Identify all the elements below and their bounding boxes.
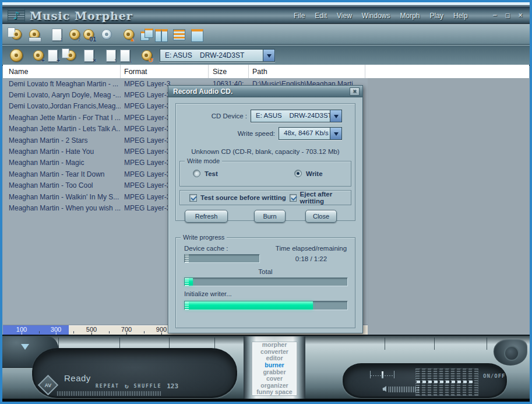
checkbox-box[interactable] (290, 194, 297, 202)
module-menu-item[interactable]: morpher (262, 342, 287, 349)
close-button[interactable]: Close (305, 210, 337, 223)
ruler-label: 300 (51, 326, 61, 333)
cd-device-label: CD Device : (176, 113, 247, 120)
total-progress-bar (184, 277, 348, 286)
record-to-device-icon[interactable] (25, 26, 43, 43)
repeat-toggle[interactable]: REPEAT (96, 384, 119, 389)
task-progress-bar (184, 301, 348, 310)
write-speed-select[interactable]: 48x, 8467 Kb/s (279, 127, 342, 140)
cd-device-select[interactable]: E: ASUS DRW-24D3ST (251, 110, 342, 122)
ruler-label: 500 (86, 326, 97, 333)
dialog-title: Record Audio CD. (173, 87, 232, 96)
radio-test[interactable]: Test (193, 170, 218, 177)
encode-disc-icon[interactable]: 01 (79, 26, 97, 43)
burn-status-text: Initialize writer... (184, 290, 232, 297)
minimize-button[interactable]: − (491, 11, 499, 19)
record-audio-cd-dialog: Record Audio CD. × CD Device : E: ASUS D… (168, 85, 363, 333)
tile-horizontal-icon[interactable] (170, 26, 188, 43)
column-header[interactable]: Size (209, 65, 249, 78)
close-button[interactable]: × (516, 11, 524, 19)
checkbox-box[interactable] (189, 194, 197, 202)
add-track-icon[interactable]: + (25, 47, 43, 64)
device-cache-label: Device cache : (184, 245, 228, 252)
write-mode-group: Write mode Test Write (179, 161, 351, 187)
refresh-button[interactable]: Refresh (185, 210, 228, 223)
menubar-item[interactable]: File (294, 12, 305, 20)
toolbar-row-1: ♪ ♪ 01 ▲ (7, 25, 206, 44)
menubar-item[interactable]: Windows (362, 12, 390, 20)
equalizer-onoff-toggle[interactable]: ON/OFF (483, 373, 506, 379)
dialog-close-icon[interactable]: × (350, 87, 360, 96)
cell-name: Meaghan Jette Martin - Lets Talk A... (3, 125, 121, 133)
menubar-item[interactable]: Edit (315, 12, 327, 20)
add-tracks-folder-icon[interactable]: + (43, 47, 61, 64)
chevron-down-icon[interactable] (330, 110, 341, 122)
radio-write[interactable]: Write (294, 170, 323, 177)
module-menu-item[interactable]: funny space (256, 389, 292, 396)
deck-knob-button[interactable] (494, 339, 527, 366)
chevron-down-icon[interactable] (263, 50, 274, 61)
ruler-label: 100 (16, 326, 27, 333)
time-value: 0:18 / 1:22 (274, 255, 348, 262)
dialog-title-bar[interactable]: Record Audio CD. × (168, 86, 362, 97)
speaker-icon (379, 386, 386, 392)
burn-button[interactable]: Burn (254, 210, 286, 223)
module-switch-panel: morpherconvertereditorburnergrabbercover… (244, 336, 305, 399)
module-menu-item[interactable]: cover (266, 375, 283, 382)
burn-settings-panel: CD Device : E: ASUS DRW-24D3ST Write spe… (175, 103, 355, 221)
radio-test-circle[interactable] (193, 170, 200, 177)
cell-name: Demi Lovato, Aaryn Doyle, Meag -... (3, 91, 121, 99)
music-morpher-window: ♪ Music Morpher FileEditViewWindowsMorph… (0, 0, 532, 404)
balance-slider[interactable] (370, 371, 394, 378)
cascade-windows-icon[interactable] (133, 26, 152, 43)
chevron-down-icon[interactable] (330, 128, 341, 139)
radio-write-circle[interactable] (294, 170, 302, 177)
remove-track-icon[interactable]: × (79, 47, 97, 64)
test-source-checkbox[interactable]: Test source before writting (189, 194, 286, 202)
column-header[interactable]: Name (3, 65, 121, 78)
shuffle-123-icon: 123 (167, 382, 178, 390)
window-top-strip (2, 2, 530, 6)
tile-vertical-icon[interactable] (152, 26, 170, 43)
device-select-value: E: ASUS DRW-24D3ST (160, 50, 263, 61)
write-options-bar: Test source before writting Eject after … (179, 190, 351, 205)
single-window-icon[interactable] (188, 26, 206, 43)
menubar-item[interactable]: Help (453, 12, 468, 20)
device-select[interactable]: E: ASUS DRW-24D3ST (160, 49, 275, 62)
open-audio-file-icon[interactable] (7, 26, 25, 43)
burn-disc-icon[interactable]: ▲ (115, 26, 133, 43)
sheet-music-icon[interactable]: ♪ (43, 26, 61, 43)
eject-after-checkbox[interactable]: Eject after writting (290, 191, 351, 205)
maximize-button[interactable]: □ (503, 11, 512, 19)
cell-name: Meaghan Martin - 2 Stars (3, 136, 121, 145)
cd-icon[interactable] (97, 26, 115, 43)
write-speed-label: Write speed: (176, 130, 275, 137)
module-menu-item[interactable]: burner (265, 362, 284, 369)
shuffle-toggle[interactable]: SHUFFLE (134, 384, 162, 389)
toolbar-row-2: + + × ↑ ↓ ↺ E: ASUS DRW-24D3ST (7, 46, 275, 65)
playback-mode-row: REPEAT ↻ SHUFFLE 123 (96, 382, 178, 390)
mixer-display: ON/OFF (343, 363, 507, 398)
menubar-item[interactable]: View (337, 12, 352, 20)
move-up-icon[interactable]: ↑ (97, 47, 115, 64)
move-down-icon[interactable]: ↓ (115, 47, 133, 64)
write-progress-group: Write progress Device cache : Time elaps… (175, 237, 355, 328)
volume-control (379, 386, 419, 392)
equalizer-sliders[interactable] (415, 368, 478, 396)
convert-disc-icon[interactable]: ↺ (133, 47, 152, 64)
total-label: Total (176, 268, 355, 275)
seek-tick-strip[interactable] (57, 391, 161, 396)
column-header[interactable]: Path (249, 65, 365, 78)
cell-name: Meaghan Martin - When you wish ... (3, 204, 121, 212)
menubar-item[interactable]: Morph (400, 12, 420, 20)
verify-tracks-icon[interactable] (61, 47, 79, 64)
morph-disc-icon[interactable] (7, 47, 25, 64)
menubar-item[interactable]: Play (430, 12, 443, 20)
player-status-text: Ready (64, 373, 91, 383)
media-info-text: Unknown CD (CD-R, blank, capacity - 703.… (176, 148, 355, 155)
rip-tracks-icon[interactable]: ♪ (61, 26, 79, 43)
volume-slider[interactable] (389, 387, 419, 392)
app-title: Music Morpher (30, 9, 133, 22)
column-header[interactable]: Format (121, 65, 209, 78)
av-diamond-logo: AV (38, 375, 58, 395)
